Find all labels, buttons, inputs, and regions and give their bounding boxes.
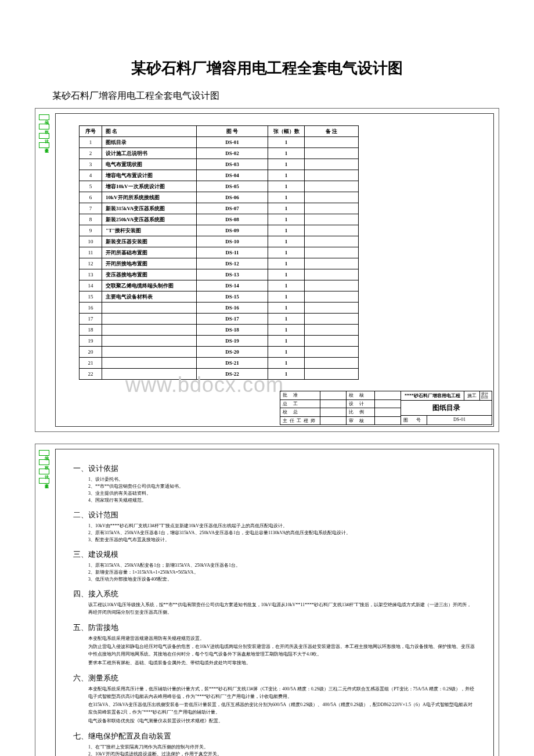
table-row: 17DS-171 [80,314,359,325]
table-row: 12开闭所接地布置图DS-121 [80,258,359,269]
table-row: 9"T"接杆安装图DS-091 [80,225,359,236]
drawing-no: DS-01 [427,416,492,424]
side-tab: 全套下载 [39,478,49,484]
table-row: 15主要电气设备材料表DS-151 [80,291,359,303]
table-row: 19DS-191 [80,336,359,347]
toc-header-remark: 备 注 [305,126,359,137]
title-block: 批 准校 核 总 工设 计 校 总比 例 主任工程师审 核 ****砂石料厂增容… [280,391,492,425]
drawing-sheet-1: 编号 审核 设计 全套下载 序号 图 名 图 号 张（幅）数 备 注 1图纸目录… [35,108,499,432]
spec-item: 2、新增变压器容量：1×315kVA+1×250kVA=565kVA。 [88,569,476,576]
table-row: 18DS-181 [80,325,359,336]
side-tab: 审核 [39,459,49,465]
side-tab: 设计 [39,133,49,139]
spec-paragraph: 本变配电系统采用避雷器规避器用防有关规程规范设置。 [88,635,476,643]
spec-item: 1、设计委托书。 [88,476,476,483]
side-tab: 设计 [39,469,49,474]
sheet-title: 图纸目录 [401,401,492,415]
spec-item: 4、国家现行有关规程规范。 [88,497,476,504]
spec-paragraph: 为防止雷电入侵波和静电台经压对电气设备的危害，在10kV进线电缆两端分别安装避雷… [88,643,476,658]
page-title: 某砂石料厂增容用电工程全套电气设计图 [35,58,499,78]
section-title: 三、建设规模 [73,549,476,560]
spec-paragraph: 该工程以10kV电压等级接入系统，按**市**供电有限责任公司供电方案通知书批复… [88,602,476,617]
table-row: 1图纸目录DS-011 [80,137,359,148]
sub-title: 某砂石料厂增容用电工程全套电气设计图 [52,90,499,102]
toc-header-seq: 序号 [80,126,102,137]
spec-item: 1、原有315kVA、250kVA配变各1台；新增315kVA、250kVA变压… [88,562,476,569]
spec-item: 1、在"T"接杆上安装隔离刀闸作为高压侧的控制与停开关。 [88,744,476,751]
spec-item: 2、**市**供电营销责任公司供电方案通知书。 [88,483,476,490]
table-row: 20DS-201 [80,347,359,358]
side-tab: 审核 [39,124,49,129]
spec-paragraph: 本变配电系统采用高压计量，低压辅助计量的计量方式，装****砂石料厂支线13#屏… [88,686,476,701]
project-name: ****砂石料厂增容用电工程 [401,391,464,400]
spec-paragraph: 要求本工程所有屏柜、基础、电缆装备金属外壳、带铠电缆外皮处均可靠接地。 [88,660,476,667]
table-row: 13变压器接地布置图DS-131 [80,269,359,280]
spec-item: 1、10kV由****砂石料厂支线13#杆"T"接点至新建10kV变压器低压出线… [88,523,476,530]
table-row: 5增容10kV一次系统设计图DS-051 [80,181,359,192]
table-row: 8新装250kVA变压器系统图DS-081 [80,214,359,225]
section-title: 五、防雷接地 [73,622,476,633]
toc-header-name: 图 名 [102,126,197,137]
toc-table: 序号 图 名 图 号 张（幅）数 备 注 1图纸目录DS-0112设计施工总说明… [79,125,359,380]
table-row: 10新装变压器安装图DS-101 [80,236,359,247]
spec-paragraph: 在315kVA、250kVA变压器低压出线侧安装各一套低压计量装置，低压互感器的… [88,701,476,717]
table-row: 14交联聚乙烯电缆终端头制作图DS-141 [80,280,359,291]
spec-item: 3、低压动力外部接地变压设备408配套。 [88,576,476,583]
side-tab: 全套下载 [39,142,49,148]
spec-item: 3、业主提供的有关基础资料。 [88,490,476,497]
stage-label: 施工 [464,391,479,400]
toc-header-count: 张（幅）数 [268,126,305,137]
drawing-sheet-2: 编号 审核 设计 全套下载 一、设计依据 1、设计委托书。 2、**市**供电营… [35,444,499,756]
section-title: 二、设计范围 [73,510,476,520]
side-tab: 编号 [39,114,49,120]
spec-paragraph: 电气设备和联络优先按《电气测量仪表装置设计技术规程》配置。 [88,718,476,725]
spec-content: 一、设计依据 1、设计委托书。 2、**市**供电营销责任公司供电方案通知书。 … [56,449,493,756]
table-row: 610kV开闭所系统接线图DS-061 [80,192,359,203]
side-tab: 编号 [39,450,49,456]
signature-table: 批 准校 核 总 工设 计 校 总比 例 主任工程师审 核 [280,391,401,425]
side-tabs: 编号 审核 设计 全套下载 [39,114,49,148]
stage-label2: 设计 阶段 [479,391,492,400]
drawing-no-label: 图 号 [401,416,427,424]
table-row: 7新装315kVA变压器系统图DS-071 [80,203,359,214]
section-title: 四、接入系统 [73,589,476,599]
side-tabs: 编号 审核 设计 全套下载 [39,450,49,484]
section-title: 六、测量系统 [73,673,476,683]
table-row: 16DS-161 [80,303,359,314]
spec-item: 2、10kV开闭所电缆进线路设速断、过流保护，作用于真空开关。 [88,751,476,756]
table-row: 11开闭所基础布置图DS-111 [80,247,359,258]
table-row: 4增容电气布置设计图DS-041 [80,170,359,181]
section-title: 七、继电保护配置及自动装置 [73,731,476,741]
table-row: 2设计施工总说明书DS-021 [80,148,359,159]
table-row: 3电气布置现状图DS-031 [80,159,359,170]
spec-item: 2、原有315kVA、250kVA变压器各1台，增容315kVA、250kVA变… [88,530,476,537]
spec-item: 3、配套变压器的电气布置及接地设计。 [88,537,476,543]
section-title: 一、设计依据 [73,463,476,474]
table-row: 21DS-211 [80,358,359,369]
table-row: 22DS-221 [80,369,359,380]
toc-header-no: 图 号 [197,126,268,137]
